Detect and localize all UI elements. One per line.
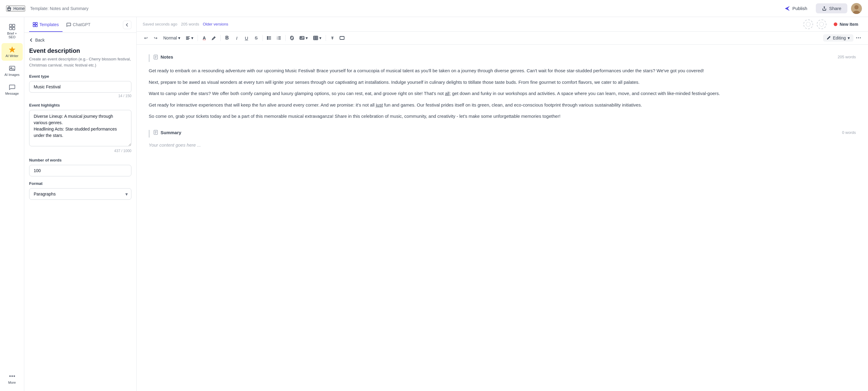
clear-formatting-button[interactable]: T xyxy=(328,33,337,42)
template-prefix: Template: xyxy=(30,6,49,11)
sidebar-item-ai-images-label: AI Images xyxy=(5,73,20,77)
summary-section-title: Summary xyxy=(160,130,181,135)
event-highlights-input[interactable]: Diverse Lineup: A musical journey throug… xyxy=(29,110,131,146)
sidebar-item-more[interactable]: More xyxy=(2,370,23,387)
number-of-words-label: Number of words xyxy=(29,158,131,162)
sidebar-item-ai-writer[interactable]: AI Writer xyxy=(2,43,23,61)
svg-point-31 xyxy=(267,39,268,39)
bold-button[interactable]: B xyxy=(222,33,231,42)
icon-sidebar: Brief + SEO AI Writer AI Images Message xyxy=(0,17,24,391)
sidebar-item-message[interactable]: Message xyxy=(2,81,23,98)
table-dropdown[interactable]: ▾ xyxy=(311,34,324,41)
editor-content: Notes 205 words Get ready to embark on a… xyxy=(136,44,868,391)
sidebar-item-ai-images[interactable]: AI Images xyxy=(2,62,23,80)
publish-label: Publish xyxy=(793,6,807,11)
editor-area: Saved seconds ago 205 words Older versio… xyxy=(136,17,868,391)
editing-label: Editing xyxy=(833,35,846,40)
panel-content: Back Event description Create an event d… xyxy=(24,33,136,205)
toolbar-divider-5 xyxy=(326,35,326,41)
word-count: 205 words xyxy=(181,22,199,26)
editing-mode-button[interactable]: Editing ▾ xyxy=(823,34,854,41)
notes-paragraph-1: Get ready to embark on a resounding adve… xyxy=(149,67,856,75)
svg-point-21 xyxy=(819,22,824,26)
strikethrough-button[interactable]: S xyxy=(252,33,261,42)
editor-meta: Saved seconds ago 205 words Older versio… xyxy=(143,22,228,26)
more-options-button[interactable]: ··· xyxy=(854,33,863,42)
editor-topbar: Saved seconds ago 205 words Older versio… xyxy=(136,17,868,32)
toolbar-divider-3 xyxy=(262,35,263,41)
chevron-down-icon-align: ▾ xyxy=(191,35,193,40)
back-label: Back xyxy=(35,38,44,42)
svg-point-20 xyxy=(806,22,810,26)
notes-section-header: Notes 205 words xyxy=(149,54,856,62)
bullet-list-button[interactable] xyxy=(265,33,274,42)
font-color-button[interactable]: A xyxy=(200,33,209,42)
svg-marker-1 xyxy=(785,6,789,11)
svg-rect-9 xyxy=(12,27,15,30)
sidebar-item-brief-seo[interactable]: Brief + SEO xyxy=(2,21,23,42)
svg-rect-16 xyxy=(33,23,35,24)
share-button[interactable]: Share xyxy=(816,3,847,13)
new-item-label: New Item xyxy=(840,22,858,27)
older-versions-link[interactable]: Older versions xyxy=(203,22,228,26)
svg-point-4 xyxy=(854,5,859,9)
chevron-down-icon-table: ▾ xyxy=(319,35,321,40)
number-of-words-input[interactable] xyxy=(29,165,131,176)
undo-button[interactable]: ↩ xyxy=(142,33,151,42)
svg-rect-6 xyxy=(9,24,12,27)
template-title: Template: Notes and Summary xyxy=(30,6,88,11)
text-style-dropdown[interactable]: Normal ▾ xyxy=(161,34,183,41)
tab-chatgpt[interactable]: ChatGPT xyxy=(63,18,94,32)
svg-point-15 xyxy=(14,376,14,377)
panel: Templates ChatGPT Back Event d xyxy=(24,17,136,391)
panel-collapse-button[interactable] xyxy=(123,21,131,29)
format-select[interactable]: Paragraphs Bullet points Numbered list xyxy=(29,188,131,200)
text-style-label: Normal xyxy=(163,35,177,40)
notes-paragraph-3: Want to camp under the stars? We offer b… xyxy=(149,90,856,97)
ordered-list-button[interactable]: 1 2 3 xyxy=(274,33,283,42)
summary-section-header: Summary 0 words xyxy=(149,130,856,138)
tab-templates-label: Templates xyxy=(39,22,59,27)
image-dropdown[interactable]: ▾ xyxy=(297,34,310,41)
saved-status: Saved seconds ago xyxy=(143,22,177,26)
summary-title-wrap: Summary xyxy=(153,130,181,135)
summary-placeholder: Your content goes here ... xyxy=(149,142,856,148)
event-highlights-counter: 437 / 1000 xyxy=(29,149,131,153)
panel-tabs: Templates ChatGPT xyxy=(24,17,136,33)
tab-templates[interactable]: Templates xyxy=(29,18,63,32)
alignment-dropdown[interactable]: ▾ xyxy=(183,34,196,41)
main-layout: Brief + SEO AI Writer AI Images Message xyxy=(0,17,868,391)
event-type-input[interactable] xyxy=(29,81,131,93)
italic-button[interactable]: I xyxy=(232,33,241,42)
toolbar: ↩ ↪ Normal ▾ ▾ A xyxy=(136,32,868,44)
svg-point-29 xyxy=(267,38,268,38)
svg-rect-0 xyxy=(8,8,10,11)
new-item-button[interactable]: New Item xyxy=(830,20,862,29)
back-button[interactable]: Back xyxy=(29,38,44,42)
notes-section-title: Notes xyxy=(160,54,173,60)
toolbar-divider-2 xyxy=(220,35,221,41)
share-label: Share xyxy=(829,6,841,11)
more-formatting-button[interactable] xyxy=(338,33,347,42)
panel-description: Create an event description (e.g.- Cherr… xyxy=(29,56,131,68)
svg-rect-18 xyxy=(33,25,35,27)
event-type-counter: 14 / 150 xyxy=(29,94,131,98)
toolbar-divider-4 xyxy=(285,35,286,41)
home-button[interactable]: Home xyxy=(6,5,25,11)
notes-paragraph-4: Get ready for interactive experiences th… xyxy=(149,101,856,109)
svg-rect-7 xyxy=(12,24,15,27)
svg-rect-19 xyxy=(35,25,37,27)
top-bar: Home Template: Notes and Summary Publish… xyxy=(0,0,868,17)
svg-marker-10 xyxy=(9,47,15,53)
link-button[interactable] xyxy=(287,33,297,42)
redo-button[interactable]: ↪ xyxy=(151,33,160,42)
svg-rect-17 xyxy=(35,23,37,24)
new-item-indicator xyxy=(834,23,837,26)
highlight-button[interactable] xyxy=(209,33,219,42)
chevron-down-icon: ▾ xyxy=(178,35,180,40)
svg-point-13 xyxy=(9,376,10,377)
sidebar-item-ai-writer-label: AI Writer xyxy=(5,54,19,58)
underline-button[interactable]: U xyxy=(242,33,251,42)
svg-rect-41 xyxy=(313,36,318,40)
publish-button[interactable]: Publish xyxy=(780,3,812,14)
